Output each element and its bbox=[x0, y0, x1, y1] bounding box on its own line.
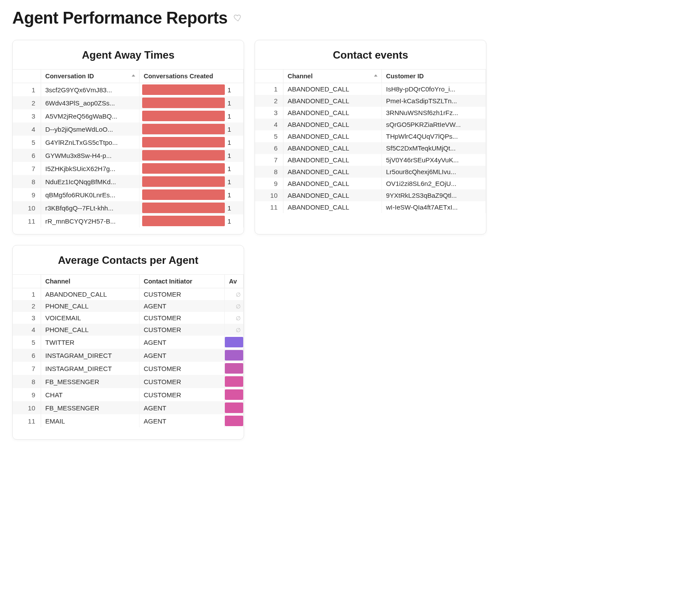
table-row[interactable]: 4PHONE_CALLCUSTOMER∅ bbox=[13, 324, 244, 336]
row-number: 10 bbox=[13, 401, 41, 414]
sort-asc-icon[interactable] bbox=[131, 73, 136, 79]
table-row[interactable]: 2ABANDONED_CALLPmeI-kCaSdipTSZLTn... bbox=[255, 95, 486, 107]
table-row[interactable]: 3VOICEMAILCUSTOMER∅ bbox=[13, 312, 244, 324]
cell-average bbox=[224, 349, 244, 362]
cell-conversations-created: 1 bbox=[139, 214, 244, 228]
table-row[interactable]: 7INSTAGRAM_DIRECTCUSTOMER bbox=[13, 362, 244, 375]
cell-channel: INSTAGRAM_DIRECT bbox=[41, 349, 139, 362]
table-row[interactable]: 6ABANDONED_CALLSf5C2DxMTeqkUMjQt... bbox=[255, 142, 486, 154]
table-row[interactable]: 26Wdv43PlS_aop0ZSs...1 bbox=[13, 96, 244, 109]
cell-conversation-id: r3KBfq6gQ--7FLt-khh... bbox=[41, 201, 139, 214]
row-number: 6 bbox=[13, 349, 41, 362]
card-title: Average Contacts per Agent bbox=[13, 245, 244, 274]
row-number: 11 bbox=[255, 201, 283, 213]
col-channel[interactable]: Channel bbox=[41, 275, 139, 288]
table-row[interactable]: 11ABANDONED_CALLwI-IeSW-QIa4ft7AETxI... bbox=[255, 201, 486, 213]
cell-channel: ABANDONED_CALL bbox=[283, 83, 381, 95]
cell-customer-id: OV1i2zi8SL6n2_EOjU... bbox=[381, 178, 486, 189]
table-row[interactable]: 10r3KBfq6gQ--7FLt-khh...1 bbox=[13, 201, 244, 214]
row-number: 2 bbox=[13, 300, 41, 312]
table-row[interactable]: 8ABANDONED_CALLLr5our8cQhexj6MLIvu... bbox=[255, 166, 486, 178]
table-row[interactable]: 7ABANDONED_CALL5jV0Y46rSEuPX4yVuK... bbox=[255, 154, 486, 166]
row-number: 7 bbox=[13, 362, 41, 375]
page-title: Agent Performance Reports bbox=[12, 9, 227, 28]
cell-contact-initiator: CUSTOMER bbox=[139, 312, 224, 324]
bar-chart-segment bbox=[142, 189, 225, 200]
table-container[interactable]: Channel Contact Initiator Av 1ABANDONED_… bbox=[13, 274, 244, 439]
table-row[interactable]: 8NduEz1IcQNqgBfMKd...1 bbox=[13, 175, 244, 188]
row-number: 11 bbox=[13, 214, 41, 228]
null-icon: ∅ bbox=[236, 303, 241, 310]
row-number: 3 bbox=[13, 109, 41, 122]
cell-conversations-created: 1 bbox=[139, 162, 244, 175]
cell-channel: ABANDONED_CALL bbox=[283, 189, 381, 201]
cards-container: Agent Away Times Conversation ID bbox=[12, 40, 666, 440]
cell-conversations-created: 1 bbox=[139, 149, 244, 162]
favorite-heart-icon[interactable] bbox=[233, 13, 243, 24]
table-row[interactable]: 10FB_MESSENGERAGENT bbox=[13, 401, 244, 414]
table-row[interactable]: 9ABANDONED_CALLOV1i2zi8SL6n2_EOjU... bbox=[255, 178, 486, 189]
cell-average: ∅ bbox=[224, 288, 244, 301]
table-row[interactable]: 5ABANDONED_CALLTHpWlrC4QUqV7lQPs... bbox=[255, 130, 486, 142]
cell-conversation-id: rR_mnBCYQY2H57-B... bbox=[41, 214, 139, 228]
cell-average: ∅ bbox=[224, 312, 244, 324]
row-number: 1 bbox=[13, 288, 41, 301]
cell-contact-initiator: CUSTOMER bbox=[139, 388, 224, 401]
table-row[interactable]: 3A5VM2jReQ56gWaBQ...1 bbox=[13, 109, 244, 122]
bar-value: 1 bbox=[227, 178, 231, 186]
cell-channel: FB_MESSENGER bbox=[41, 375, 139, 388]
col-label: Channel bbox=[288, 73, 313, 80]
table-row[interactable]: 4ABANDONED_CALLsQrGO5PKRZiaRtIeVW... bbox=[255, 119, 486, 130]
cell-average bbox=[224, 362, 244, 375]
table-row[interactable]: 2PHONE_CALLAGENT∅ bbox=[13, 300, 244, 312]
table-row[interactable]: 9CHATCUSTOMER bbox=[13, 388, 244, 401]
null-icon: ∅ bbox=[236, 291, 241, 298]
table-container[interactable]: Conversation ID Conversations Created 13… bbox=[13, 69, 244, 234]
col-contact-initiator[interactable]: Contact Initiator bbox=[139, 275, 224, 288]
null-icon: ∅ bbox=[236, 315, 241, 322]
table-row[interactable]: 7I5ZHKjbkSUicX62H7g...1 bbox=[13, 162, 244, 175]
sort-asc-icon[interactable] bbox=[374, 73, 378, 79]
table-row[interactable]: 9qBMg5fo6RUK0LnrEs...1 bbox=[13, 188, 244, 201]
table-row[interactable]: 8FB_MESSENGERCUSTOMER bbox=[13, 375, 244, 388]
cell-contact-initiator: AGENT bbox=[139, 349, 224, 362]
bar-chart-segment bbox=[142, 203, 225, 213]
col-channel[interactable]: Channel bbox=[283, 70, 381, 83]
bar-chart-segment bbox=[142, 111, 225, 121]
table-row[interactable]: 13scf2G9YQx6VmJ83...1 bbox=[13, 83, 244, 97]
table-row[interactable]: 1ABANDONED_CALLIsH8y-pDQrC0foYro_i... bbox=[255, 83, 486, 95]
table-row[interactable]: 3ABANDONED_CALL3RNNuWSNSf6zh1rFz... bbox=[255, 107, 486, 119]
table-row[interactable]: 11EMAILAGENT bbox=[13, 414, 244, 427]
col-conversations-created[interactable]: Conversations Created bbox=[139, 70, 244, 83]
cell-channel: ABANDONED_CALL bbox=[283, 178, 381, 189]
table-row[interactable]: 5TWITTERAGENT bbox=[13, 336, 244, 349]
col-average[interactable]: Av bbox=[224, 275, 244, 288]
table-container[interactable]: Channel Customer ID 1ABANDONED_CALLIsH8y… bbox=[255, 69, 486, 234]
bar-value: 1 bbox=[227, 99, 231, 107]
cell-channel: ABANDONED_CALL bbox=[283, 166, 381, 178]
cell-channel: ABANDONED_CALL bbox=[283, 119, 381, 130]
row-number: 9 bbox=[13, 188, 41, 201]
table-row[interactable]: 1ABANDONED_CALLCUSTOMER∅ bbox=[13, 288, 244, 301]
row-number: 8 bbox=[255, 166, 283, 178]
table-row[interactable]: 10ABANDONED_CALL9YXtRkL2S3qBaZ9Qtl... bbox=[255, 189, 486, 201]
cell-conversations-created: 1 bbox=[139, 201, 244, 214]
cell-conversations-created: 1 bbox=[139, 122, 244, 136]
cell-conversation-id: I5ZHKjbkSUicX62H7g... bbox=[41, 162, 139, 175]
col-conversation-id[interactable]: Conversation ID bbox=[41, 70, 139, 83]
bar-value: 1 bbox=[227, 165, 231, 172]
cell-customer-id: Lr5our8cQhexj6MLIvu... bbox=[381, 166, 486, 178]
table-row[interactable]: 11rR_mnBCYQY2H57-B...1 bbox=[13, 214, 244, 228]
cell-channel: PHONE_CALL bbox=[41, 300, 139, 312]
card-agent-away-times: Agent Away Times Conversation ID bbox=[12, 40, 244, 234]
table-row[interactable]: 6GYWMu3x8Sw-H4-p...1 bbox=[13, 149, 244, 162]
table-row[interactable]: 4D--yb2jiQsmeWdLoO...1 bbox=[13, 122, 244, 136]
bar-chart-segment bbox=[142, 176, 225, 187]
table-row[interactable]: 6INSTAGRAM_DIRECTAGENT bbox=[13, 349, 244, 362]
card-title: Contact events bbox=[255, 40, 486, 69]
bar-value: 1 bbox=[227, 191, 231, 199]
contact-events-table: Channel Customer ID 1ABANDONED_CALLIsH8y… bbox=[255, 70, 486, 213]
bar-chart-segment bbox=[225, 337, 244, 347]
table-row[interactable]: 5G4YlRZnLTxGS5cTtpo...1 bbox=[13, 136, 244, 149]
col-customer-id[interactable]: Customer ID bbox=[381, 70, 486, 83]
